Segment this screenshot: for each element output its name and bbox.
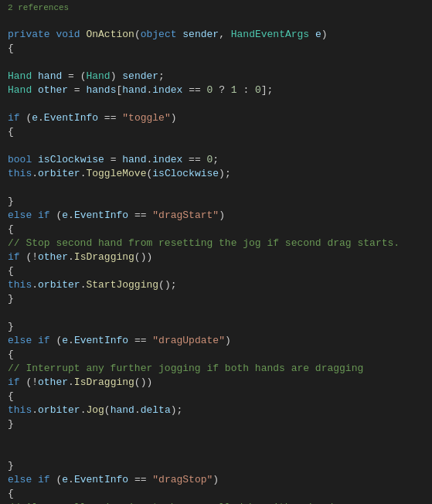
code-line: Hand hand = (Hand) sender;	[0, 70, 432, 83]
code-line: private void OnAction(object sender, Han…	[0, 28, 432, 42]
code-line: bool isClockwise = hand.index == 0;	[0, 153, 432, 167]
code-line: {	[0, 487, 432, 501]
code-line	[0, 181, 432, 195]
code-line: if (!other.IsDragging())	[0, 250, 432, 264]
code-line: }	[0, 459, 432, 473]
code-line: {	[0, 348, 432, 362]
code-line	[0, 14, 432, 28]
references-label: 2 references	[0, 0, 432, 14]
code-line: }	[0, 195, 432, 209]
code-line: {	[0, 390, 432, 404]
code-line	[0, 431, 432, 445]
code-line	[0, 139, 432, 153]
code-line: {	[0, 42, 432, 56]
code-line: {	[0, 125, 432, 139]
code-line: // Stop second hand from resetting the j…	[0, 237, 432, 250]
code-line	[0, 56, 432, 70]
code-line: }	[0, 292, 432, 306]
code-line: else if (e.EventInfo == "dragStart")	[0, 209, 432, 223]
code-line: // Interrupt any further jogging if both…	[0, 362, 432, 376]
code-line: }	[0, 320, 432, 334]
code-line: else if (e.EventInfo == "dragUpdate")	[0, 334, 432, 348]
code-editor: 2 references private void OnAction(objec…	[0, 0, 432, 504]
code-line: }	[0, 417, 432, 431]
code-line: else if (e.EventInfo == "dragStop")	[0, 473, 432, 487]
code-line: if (e.EventInfo == "toggle")	[0, 111, 432, 125]
code-line: Hand other = hands[hand.index == 0 ? 1 :…	[0, 83, 432, 97]
code-line	[0, 445, 432, 459]
code-line	[0, 97, 432, 111]
code-line: this.orbiter.Jog(hand.delta);	[0, 404, 432, 417]
code-line: {	[0, 223, 432, 237]
code-line: // Always allow jogging to be cancelled …	[0, 501, 432, 504]
code-line: this.orbiter.ToggleMove(isClockwise);	[0, 167, 432, 181]
code-line: this.orbiter.StartJogging();	[0, 278, 432, 292]
code-block: private void OnAction(object sender, Han…	[0, 14, 432, 504]
code-line	[0, 306, 432, 320]
code-line: if (!other.IsDragging())	[0, 376, 432, 390]
code-line: {	[0, 264, 432, 278]
